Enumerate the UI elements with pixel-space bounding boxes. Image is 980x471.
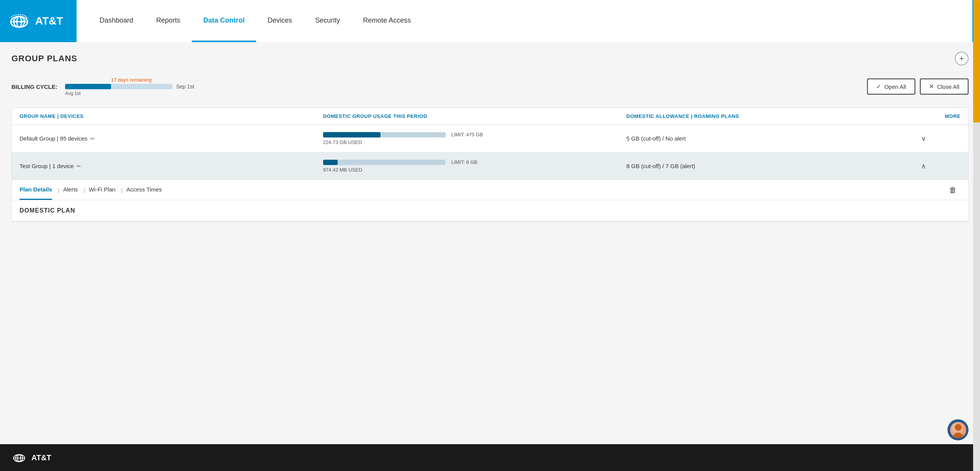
days-remaining: 17 days remaining: [111, 77, 152, 83]
billing-end-date: Sep 1st: [176, 83, 194, 90]
brand-name: AT&T: [35, 15, 63, 27]
tab-sep-3: |: [121, 187, 122, 193]
nav-security[interactable]: Security: [304, 0, 351, 42]
billing-actions: ✓ Open All ✕ Close All: [867, 78, 969, 95]
tab-access-times[interactable]: Access Times: [126, 180, 162, 200]
table-container: GROUP NAME | DEVICES DOMESTIC GROUP USAG…: [11, 108, 969, 222]
att-logo-icon: [8, 10, 31, 33]
usage-bar-row-test: LIMIT: 8 GB: [323, 159, 627, 165]
tab-alerts[interactable]: Alerts: [63, 180, 78, 200]
footer-logo: AT&T: [11, 450, 51, 465]
billing-bar-wrap: Sep 1st: [65, 83, 194, 90]
col-domestic-usage: DOMESTIC GROUP USAGE THIS PERIOD: [323, 113, 627, 119]
edit-icon-default[interactable]: ✏: [90, 136, 95, 142]
tab-plan-details[interactable]: Plan Details: [20, 180, 52, 200]
check-icon: ✓: [876, 83, 881, 90]
user-icon[interactable]: [959, 6, 972, 20]
col-group-name: GROUP NAME | DEVICES: [20, 113, 323, 119]
billing-bar-container: 17 days remaining Sep 1st Aug 1st: [65, 77, 194, 96]
close-all-button[interactable]: ✕ Close All: [920, 78, 969, 95]
footer-brand: AT&T: [31, 453, 51, 462]
allowance-col-default: 5 GB (cut-off) / No alert ∨: [626, 134, 930, 143]
usage-used-default: 224.73 GB USED: [323, 139, 627, 145]
usage-col-default: LIMIT: 475 GB 224.73 GB USED: [323, 132, 627, 145]
col-domestic-allowance: DOMESTIC ALLOWANCE | ROAMING PLANS: [626, 113, 930, 119]
tab-wifi-plan[interactable]: Wi-Fi Plan: [89, 180, 115, 200]
svg-point-5: [964, 10, 967, 13]
table-header: GROUP NAME | DEVICES DOMESTIC GROUP USAG…: [12, 108, 968, 125]
billing-left: BILLING CYCLE: 17 days remaining Sep 1st…: [11, 77, 194, 96]
header: AT&T Dashboard Reports Data Control Devi…: [0, 0, 980, 42]
header-icons: ?: [939, 6, 972, 20]
nav-data-control[interactable]: Data Control: [192, 0, 256, 42]
domestic-plan-header: DOMESTIC PLAN: [12, 200, 968, 221]
billing-bar-fill: [65, 84, 111, 89]
nav-devices[interactable]: Devices: [256, 0, 304, 42]
row-name-default: Default Group | 95 devices ✏: [20, 135, 323, 142]
usage-bar-row-default: LIMIT: 475 GB: [323, 132, 627, 137]
section-title: GROUP PLANS: [11, 54, 77, 64]
usage-bar-fill-default: [323, 132, 381, 137]
add-group-button[interactable]: +: [955, 52, 969, 65]
tabs-row: Plan Details | Alerts | Wi-Fi Plan | Acc…: [12, 180, 968, 200]
billing-start-date: Aug 1st: [65, 91, 81, 96]
usage-col-test: LIMIT: 8 GB 974.42 MB USED: [323, 159, 627, 173]
footer: AT&T: [0, 444, 980, 471]
footer-att-logo-icon: [11, 450, 27, 465]
table-row-test: Test Group | 1 device ✏ LIMIT: 8 GB 974.…: [12, 152, 968, 180]
billing-label: BILLING CYCLE:: [11, 83, 57, 90]
nav-remote-access[interactable]: Remote Access: [351, 0, 422, 42]
nav-reports[interactable]: Reports: [145, 0, 192, 42]
section-header: GROUP PLANS +: [11, 52, 969, 65]
allowance-text-test: 8 GB (cut-off) / 7 GB (alert): [626, 163, 695, 169]
help-icon[interactable]: ?: [939, 6, 953, 20]
edit-icon-test[interactable]: ✏: [77, 163, 81, 169]
main-content: GROUP PLANS + BILLING CYCLE: 17 days rem…: [0, 42, 980, 444]
allowance-col-test: 8 GB (cut-off) / 7 GB (alert) ∧: [626, 162, 930, 170]
tabs-left: Plan Details | Alerts | Wi-Fi Plan | Acc…: [20, 180, 164, 200]
nav-area: Dashboard Reports Data Control Devices S…: [77, 0, 972, 42]
billing-dates: Aug 1st: [65, 91, 172, 96]
billing-row: BILLING CYCLE: 17 days remaining Sep 1st…: [11, 73, 969, 100]
allowance-text-default: 5 GB (cut-off) / No alert: [626, 135, 686, 142]
tab-sep-2: |: [83, 187, 85, 193]
usage-limit-default: LIMIT: 475 GB: [451, 132, 483, 137]
col-more: MORE: [930, 113, 960, 119]
chevron-down-icon-default[interactable]: ∨: [921, 134, 926, 143]
nav-dashboard[interactable]: Dashboard: [88, 0, 145, 42]
chat-avatar-icon: [950, 422, 966, 438]
table-row: Default Group | 95 devices ✏ LIMIT: 475 …: [12, 125, 968, 152]
usage-bar-fill-test: [323, 160, 338, 165]
chat-bubble[interactable]: [947, 419, 969, 440]
billing-bar: [65, 84, 172, 89]
usage-used-test: 974.42 MB USED: [323, 167, 627, 173]
row-name-test: Test Group | 1 device ✏: [20, 163, 323, 169]
open-all-button[interactable]: ✓ Open All: [867, 78, 915, 95]
chevron-up-icon-test[interactable]: ∧: [921, 162, 926, 170]
trash-icon[interactable]: 🗑: [945, 182, 960, 198]
expanded-content: Plan Details | Alerts | Wi-Fi Plan | Acc…: [12, 180, 968, 221]
logo-area: AT&T: [8, 10, 77, 33]
tab-sep-1: |: [58, 187, 59, 193]
scrollbar-track[interactable]: [973, 0, 980, 471]
usage-bar-test: [323, 160, 446, 165]
scrollbar-thumb[interactable]: [973, 0, 980, 123]
x-icon: ✕: [929, 83, 934, 90]
usage-bar-default: [323, 132, 446, 137]
usage-limit-test: LIMIT: 8 GB: [451, 159, 478, 165]
